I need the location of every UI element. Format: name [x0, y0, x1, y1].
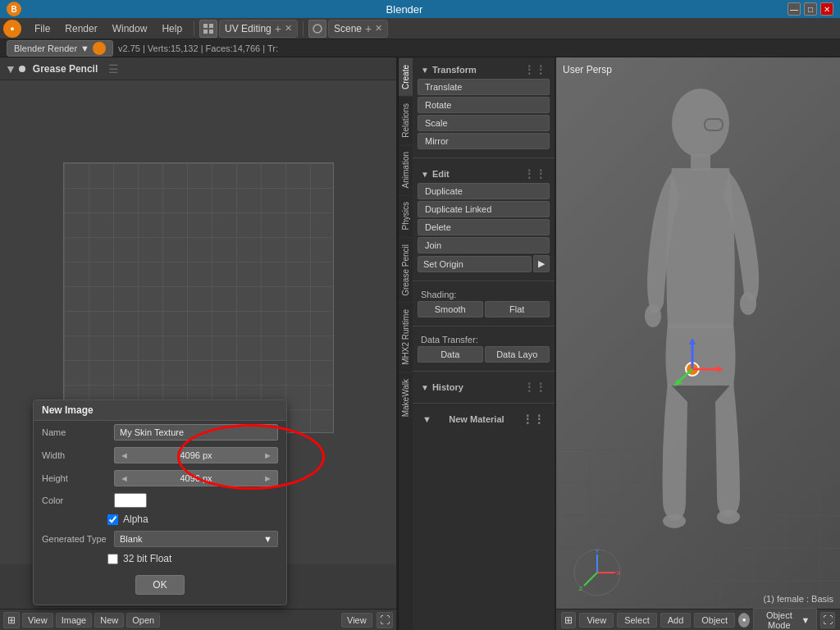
- width-right-arrow[interactable]: ►: [263, 450, 272, 460]
- divider1: [413, 158, 555, 158]
- scene-icon[interactable]: [308, 20, 326, 38]
- edit-header[interactable]: ▼ Edit ⋮⋮: [418, 165, 550, 183]
- dialog-height-row: Height ◄ 4096 px ►: [34, 467, 286, 490]
- history-header[interactable]: ▼ History ⋮⋮: [418, 378, 550, 396]
- transform-header[interactable]: ▼ Transform ⋮⋮: [418, 61, 550, 79]
- viewport-layout-icon[interactable]: ⊞: [561, 612, 576, 628]
- svg-rect-3: [209, 30, 213, 34]
- orientation-widget: Y X Z: [573, 548, 622, 597]
- divider4: [413, 371, 555, 372]
- color-label: Color: [42, 495, 107, 505]
- render-engine-label: Blender Render: [14, 43, 77, 53]
- scene-close-icon: ✕: [375, 23, 382, 34]
- menu-help[interactable]: Help: [155, 21, 189, 36]
- translate-button[interactable]: Translate: [418, 79, 550, 95]
- uv-open-btn[interactable]: Open: [126, 613, 160, 628]
- menu-file[interactable]: File: [28, 21, 57, 36]
- delete-button[interactable]: Delete: [418, 219, 550, 235]
- uv-image-btn[interactable]: Image: [56, 613, 93, 628]
- rotate-button[interactable]: Rotate: [418, 97, 550, 113]
- object-mode-button[interactable]: Object Mode ▼: [753, 608, 817, 631]
- set-origin-dropdown[interactable]: ▶: [533, 255, 550, 272]
- svg-text:X: X: [616, 569, 621, 577]
- duplicate-button[interactable]: Duplicate: [418, 183, 550, 199]
- set-origin-button[interactable]: Set Origin: [418, 256, 532, 272]
- object-button[interactable]: Object: [694, 613, 735, 628]
- separator: [194, 21, 194, 36]
- transform-axes: [660, 336, 725, 402]
- nm-arrow-icon: ▼: [422, 414, 431, 424]
- height-left-arrow[interactable]: ◄: [120, 473, 129, 483]
- data-layo-button[interactable]: Data Layo: [485, 346, 550, 363]
- uv-layout-icon[interactable]: ⊞: [3, 612, 20, 628]
- maximize-button[interactable]: □: [804, 2, 817, 16]
- workspace-tab-scene[interactable]: Scene + ✕: [328, 20, 388, 38]
- render-engine-button[interactable]: Blender Render ▼: [7, 40, 113, 57]
- divider5: [413, 403, 555, 404]
- smooth-button[interactable]: Smooth: [418, 301, 483, 317]
- svg-point-13: [717, 509, 740, 524]
- workspace-tab-uv[interactable]: UV Editing + ✕: [219, 20, 298, 38]
- svg-point-4: [313, 25, 322, 33]
- select-button[interactable]: Select: [617, 613, 657, 628]
- transform-section: ▼ Transform ⋮⋮ Translate Rotate Scale Mi…: [413, 57, 555, 154]
- data-button[interactable]: Data: [418, 346, 483, 363]
- panel-collapse-icon[interactable]: ▼: [5, 62, 16, 75]
- height-spinbox[interactable]: ◄ 4096 px ►: [114, 470, 278, 486]
- uv-view-end-btn[interactable]: View: [341, 613, 372, 628]
- object-mode-label: Object Mode: [760, 610, 797, 630]
- grease-pencil-label: Grease Pencil: [28, 63, 103, 75]
- new-material-header[interactable]: ▼ New Material ⋮⋮: [418, 410, 550, 428]
- side-tab-grease-pencil[interactable]: Grease Pencil: [399, 237, 413, 303]
- viewport-3d: User Persp: [556, 57, 840, 630]
- add-button[interactable]: Add: [660, 613, 692, 628]
- side-tab-create[interactable]: Create: [399, 57, 413, 96]
- close-button[interactable]: ✕: [820, 2, 833, 16]
- color-swatch[interactable]: [114, 493, 147, 508]
- generated-type-label: Generated Type: [42, 534, 107, 544]
- width-spinbox[interactable]: ◄ 4096 px ►: [114, 447, 278, 463]
- join-button[interactable]: Join: [418, 237, 550, 253]
- width-left-arrow[interactable]: ◄: [120, 450, 129, 460]
- mirror-button[interactable]: Mirror: [418, 133, 550, 149]
- dialog-name-row: Name: [34, 421, 286, 444]
- version-info: v2.75 | Verts:15,132 | Faces:14,766 | Tr…: [118, 43, 278, 53]
- title-bar: B Blender — □ ✕: [0, 0, 840, 18]
- viewport-mode-icon[interactable]: ●: [738, 613, 750, 628]
- svg-rect-2: [203, 30, 208, 34]
- flat-button[interactable]: Flat: [485, 301, 550, 317]
- ok-button[interactable]: OK: [135, 575, 184, 595]
- history-label: History: [432, 382, 463, 392]
- side-tab-relations[interactable]: Relations: [399, 96, 413, 144]
- layout-icon[interactable]: [199, 20, 217, 38]
- float-label: 32 bit Float: [123, 553, 171, 564]
- uv-new-btn[interactable]: New: [94, 613, 124, 628]
- side-tab-mhx2[interactable]: MHX2 Runtime: [399, 302, 413, 372]
- alpha-checkbox[interactable]: [107, 514, 118, 525]
- menu-window[interactable]: Window: [106, 21, 154, 36]
- view-button[interactable]: View: [579, 613, 614, 628]
- side-tab-animation[interactable]: Animation: [399, 144, 413, 194]
- name-input[interactable]: [114, 424, 278, 441]
- dialog-width-row: Width ◄ 4096 px ►: [34, 444, 286, 467]
- edit-label: Edit: [432, 169, 450, 179]
- gp-options-icon[interactable]: ☰: [108, 62, 119, 75]
- divider3: [413, 326, 555, 326]
- side-tab-physics[interactable]: Physics: [399, 194, 413, 236]
- edit-section: ▼ Edit ⋮⋮ Duplicate Duplicate Linked Del…: [413, 162, 555, 277]
- float-checkbox[interactable]: [107, 554, 118, 564]
- svg-point-12: [663, 514, 686, 528]
- uv-view-btn[interactable]: View: [22, 613, 53, 628]
- menu-render[interactable]: Render: [58, 21, 103, 36]
- alpha-label: Alpha: [123, 514, 148, 525]
- generated-type-select[interactable]: Blank ▼: [114, 531, 278, 547]
- fullscreen-viewport-icon[interactable]: ⛶: [820, 612, 835, 628]
- duplicate-linked-button[interactable]: Duplicate Linked: [418, 201, 550, 217]
- scale-button[interactable]: Scale: [418, 115, 550, 131]
- viewport-bottom-bar: ⊞ View Select Add Object ● Object Mode ▼…: [556, 609, 840, 630]
- height-right-arrow[interactable]: ►: [263, 473, 272, 483]
- dialog-title: New Image: [34, 400, 286, 421]
- side-tab-makewalk[interactable]: MakeWalk: [399, 372, 413, 423]
- minimize-button[interactable]: —: [788, 2, 801, 16]
- fullscreen-icon[interactable]: ⛶: [377, 612, 393, 628]
